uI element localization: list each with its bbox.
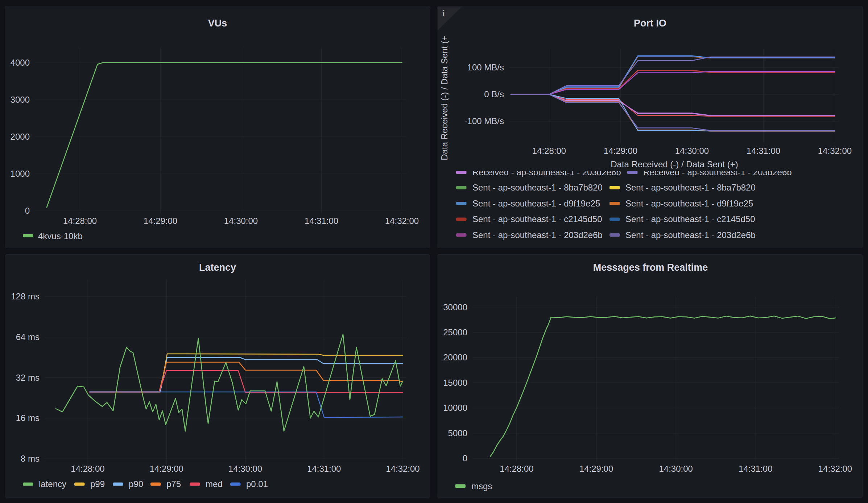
svg-text:16 ms: 16 ms bbox=[16, 413, 40, 423]
svg-text:p99: p99 bbox=[90, 479, 105, 489]
svg-text:Data Received (-) / Data Sent: Data Received (-) / Data Sent (+) bbox=[611, 159, 738, 169]
svg-text:3000: 3000 bbox=[11, 95, 30, 105]
svg-text:Latency: Latency bbox=[199, 262, 236, 273]
svg-text:14:31:00: 14:31:00 bbox=[305, 216, 338, 226]
svg-text:Received - ap-southeast-1 - 20: Received - ap-southeast-1 - 203d2e6b bbox=[472, 167, 621, 177]
svg-text:14:28:00: 14:28:00 bbox=[71, 464, 104, 474]
svg-text:Sent - ap-southeast-1 - 203d2e: Sent - ap-southeast-1 - 203d2e6b bbox=[625, 230, 756, 240]
svg-text:4kvus-10kb: 4kvus-10kb bbox=[38, 231, 83, 241]
svg-text:14:30:00: 14:30:00 bbox=[228, 464, 262, 474]
svg-text:p75: p75 bbox=[166, 479, 181, 489]
svg-text:Sent - ap-southeast-1 - 8ba7b8: Sent - ap-southeast-1 - 8ba7b820 bbox=[472, 183, 603, 192]
svg-text:p0.01: p0.01 bbox=[246, 479, 268, 489]
svg-text:Sent - ap-southeast-1 - 8ba7b8: Sent - ap-southeast-1 - 8ba7b820 bbox=[625, 183, 756, 192]
svg-text:latency: latency bbox=[39, 479, 66, 489]
svg-text:14:28:00: 14:28:00 bbox=[63, 216, 97, 226]
svg-text:14:31:00: 14:31:00 bbox=[739, 464, 772, 474]
svg-text:msgs: msgs bbox=[471, 481, 492, 491]
svg-text:10000: 10000 bbox=[443, 403, 467, 413]
svg-text:Sent - ap-southeast-1 - c2145d: Sent - ap-southeast-1 - c2145d50 bbox=[625, 214, 755, 224]
svg-text:Port IO: Port IO bbox=[634, 18, 666, 29]
svg-text:128 ms: 128 ms bbox=[11, 291, 40, 301]
svg-text:14:32:00: 14:32:00 bbox=[385, 216, 419, 226]
svg-text:15000: 15000 bbox=[443, 378, 467, 388]
svg-text:14:28:00: 14:28:00 bbox=[532, 146, 566, 156]
svg-text:Data Received (-) / Data Sent: Data Received (-) / Data Sent (+ bbox=[439, 36, 449, 160]
svg-text:4000: 4000 bbox=[11, 58, 30, 68]
svg-text:Messages from Realtime: Messages from Realtime bbox=[593, 262, 708, 273]
svg-text:Sent - ap-southeast-1 - d9f19e: Sent - ap-southeast-1 - d9f19e25 bbox=[625, 199, 753, 208]
svg-text:2000: 2000 bbox=[11, 132, 30, 142]
svg-text:30000: 30000 bbox=[443, 302, 467, 312]
svg-text:-100 MB/s: -100 MB/s bbox=[464, 116, 504, 126]
svg-text:14:29:00: 14:29:00 bbox=[579, 464, 613, 474]
svg-text:Sent - ap-southeast-1 - d9f19e: Sent - ap-southeast-1 - d9f19e25 bbox=[472, 199, 600, 208]
svg-text:8 ms: 8 ms bbox=[21, 454, 40, 463]
svg-text:14:31:00: 14:31:00 bbox=[307, 464, 341, 474]
svg-text:0: 0 bbox=[463, 453, 467, 463]
svg-text:5000: 5000 bbox=[448, 428, 467, 438]
svg-text:14:32:00: 14:32:00 bbox=[386, 464, 419, 474]
svg-text:64 ms: 64 ms bbox=[16, 332, 40, 342]
svg-text:14:31:00: 14:31:00 bbox=[747, 146, 780, 156]
svg-text:0: 0 bbox=[25, 206, 30, 216]
svg-text:Sent - ap-southeast-1 - c2145d: Sent - ap-southeast-1 - c2145d50 bbox=[472, 214, 602, 224]
svg-text:VUs: VUs bbox=[208, 18, 227, 29]
svg-text:32 ms: 32 ms bbox=[16, 373, 40, 383]
svg-text:p90: p90 bbox=[129, 479, 143, 489]
svg-text:14:30:00: 14:30:00 bbox=[675, 146, 709, 156]
svg-text:14:29:00: 14:29:00 bbox=[604, 146, 637, 156]
svg-text:i: i bbox=[442, 8, 445, 19]
svg-text:100 MB/s: 100 MB/s bbox=[467, 62, 504, 72]
svg-text:14:32:00: 14:32:00 bbox=[818, 464, 852, 474]
svg-text:20000: 20000 bbox=[443, 352, 467, 362]
svg-text:1000: 1000 bbox=[11, 169, 30, 179]
svg-text:Sent - ap-southeast-1 - 203d2e: Sent - ap-southeast-1 - 203d2e6b bbox=[472, 230, 603, 240]
svg-text:0 B/s: 0 B/s bbox=[484, 89, 504, 99]
svg-text:med: med bbox=[206, 479, 223, 489]
svg-text:14:32:00: 14:32:00 bbox=[818, 146, 852, 156]
svg-text:14:29:00: 14:29:00 bbox=[144, 216, 177, 226]
svg-text:14:30:00: 14:30:00 bbox=[224, 216, 258, 226]
svg-text:14:30:00: 14:30:00 bbox=[659, 464, 693, 474]
svg-text:14:28:00: 14:28:00 bbox=[500, 464, 533, 474]
svg-text:14:29:00: 14:29:00 bbox=[150, 464, 183, 474]
svg-text:25000: 25000 bbox=[443, 327, 467, 337]
